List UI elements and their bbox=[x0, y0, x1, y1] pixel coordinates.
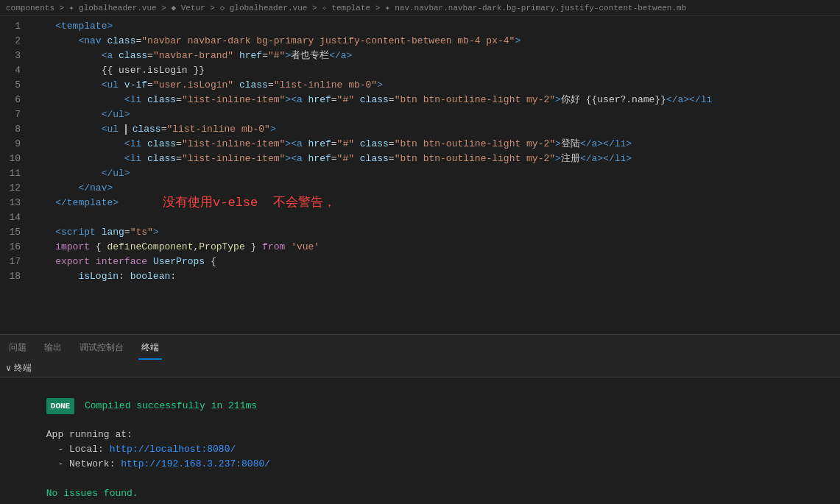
bottom-panel: 问题 输出 调试控制台 终端 ∨ 终端 DONE Compiled succes… bbox=[0, 334, 840, 494]
annotation-text: 没有使用v-else 不会警告， bbox=[163, 196, 336, 210]
tab-debug-console[interactable]: 调试控制台 bbox=[77, 337, 127, 360]
local-url[interactable]: http://localhost:8080/ bbox=[110, 444, 236, 455]
code-line-14 bbox=[32, 210, 840, 225]
code-line-18: isLogin: boolean: bbox=[32, 269, 840, 284]
network-url[interactable]: http://192.168.3.237:8080/ bbox=[121, 458, 270, 469]
terminal-compile-line: DONE Compiled successfully in 211ms bbox=[12, 383, 828, 398]
code-line-11: </ul> bbox=[32, 166, 840, 181]
line-numbers: 1 2 3 4 5 6 7 8 9 10 11 12 13 14 15 16 1… bbox=[0, 16, 27, 334]
compile-message: Compiled successfully in 211ms bbox=[79, 400, 257, 411]
code-line-12: </nav> bbox=[32, 181, 840, 196]
tab-output[interactable]: 输出 bbox=[41, 337, 65, 360]
terminal-header-bar: ∨ 终端 bbox=[0, 360, 840, 377]
done-badge: DONE bbox=[46, 398, 74, 414]
code-editor[interactable]: <template> <nav class="navbar navbar-dar… bbox=[27, 16, 840, 334]
terminal-content[interactable]: DONE Compiled successfully in 211ms App … bbox=[0, 377, 840, 492]
breadcrumb-text: components > ✦ globalheader.vue > ◆ Vetu… bbox=[6, 3, 686, 13]
code-line-10: <li class="list-inline-item"><a href="#"… bbox=[32, 152, 840, 166]
code-line-9: <li class="list-inline-item"><a href="#"… bbox=[32, 137, 840, 152]
code-line-5: <ul v-if="user.isLogin" class="list-inli… bbox=[32, 78, 840, 93]
code-line-8: <ul class="list-inline mb-0"> bbox=[32, 122, 840, 137]
code-line-3: <a class="navbar-brand" href="#">者也专栏</a… bbox=[32, 49, 840, 63]
terminal-app-running: App running at: bbox=[12, 413, 828, 427]
tab-problems[interactable]: 问题 bbox=[6, 337, 29, 360]
tab-terminal[interactable]: 终端 bbox=[138, 337, 162, 360]
breadcrumb: components > ✦ globalheader.vue > ◆ Vetu… bbox=[0, 0, 840, 16]
code-line-17: export interface UserProps { bbox=[32, 255, 840, 269]
code-line-6: <li class="list-inline-item"><a href="#"… bbox=[32, 93, 840, 107]
panel-tabs: 问题 输出 调试控制台 终端 bbox=[0, 334, 840, 360]
terminal-header-label: 终端 bbox=[14, 362, 32, 375]
code-line-7: </ul> bbox=[32, 107, 840, 122]
code-line-1: <template> bbox=[32, 19, 840, 34]
code-line-15: <script lang="ts"> bbox=[32, 225, 840, 240]
code-line-4: {{ user.isLogin }} bbox=[32, 63, 840, 78]
terminal-local-line: - Local: http://localhost:8080/ bbox=[12, 427, 828, 442]
code-line-16: import { defineComponent,PropType } from… bbox=[32, 240, 840, 255]
code-line-2: <nav class="navbar navbar-dark bg-primar… bbox=[32, 34, 840, 49]
terminal-no-issues: No issues found. bbox=[12, 472, 828, 486]
code-line-13: </template> 没有使用v-else 不会警告， bbox=[32, 196, 840, 210]
chevron-down-icon: ∨ bbox=[6, 363, 11, 374]
editor-area: 1 2 3 4 5 6 7 8 9 10 11 12 13 14 15 16 1… bbox=[0, 16, 840, 334]
